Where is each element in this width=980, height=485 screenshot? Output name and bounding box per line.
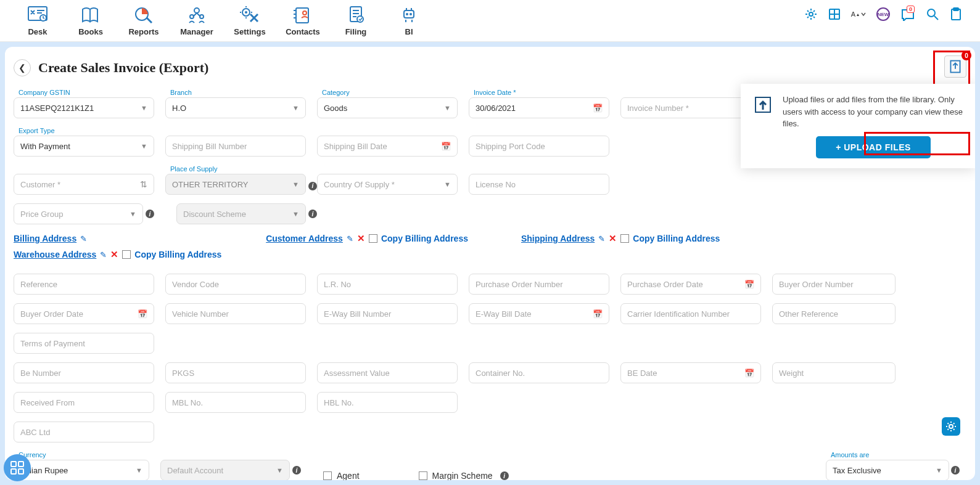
weight-input[interactable] xyxy=(772,362,896,383)
bi-icon xyxy=(398,4,420,26)
lr-no-input[interactable] xyxy=(317,274,458,295)
eway-bill-number-input[interactable] xyxy=(317,303,458,324)
font-size-toggle[interactable]: A▴ xyxy=(851,10,867,18)
agent-checkbox[interactable] xyxy=(323,471,332,480)
be-date-input[interactable]: 📅 xyxy=(620,362,761,383)
gear-icon[interactable] xyxy=(804,7,818,21)
purchase-order-number-input[interactable] xyxy=(469,274,609,295)
page-header: ❮ Create Sales Invoice (Export) 0 xyxy=(14,55,966,80)
company-gstin-select[interactable]: 11ASEPQ2121K1Z1▼ xyxy=(14,97,154,118)
invoice-date-input[interactable]: 30/06/2021📅 xyxy=(469,97,609,118)
edit-icon[interactable]: ✎ xyxy=(100,250,107,259)
price-group-select[interactable]: Price Group▼ xyxy=(14,203,143,224)
nav-left: Desk Books Reports Manager Settings Cont… xyxy=(12,4,427,36)
pkgs-input[interactable] xyxy=(165,362,306,383)
mbl-no-input[interactable] xyxy=(165,392,306,413)
upload-text: Upload files or add files from the file … xyxy=(783,94,964,130)
amounts-are-label: Amounts are xyxy=(826,451,966,459)
delete-icon[interactable]: ✕ xyxy=(110,249,118,260)
notif-count: 0 xyxy=(907,6,915,13)
hbl-no-input[interactable] xyxy=(317,392,458,413)
upload-flyout: Upload files or add files from the file … xyxy=(741,84,975,168)
page-panel: ❮ Create Sales Invoice (Export) 0 Compan… xyxy=(5,47,975,480)
edit-icon[interactable]: ✎ xyxy=(80,234,87,243)
be-number-input[interactable] xyxy=(14,362,154,383)
upload-icon xyxy=(752,94,774,116)
delete-icon[interactable]: ✕ xyxy=(609,233,617,244)
info-icon[interactable]: i xyxy=(951,466,960,475)
info-icon[interactable]: i xyxy=(308,210,317,218)
buyer-order-date-input[interactable]: 📅 xyxy=(14,303,154,324)
calculator-icon[interactable] xyxy=(828,7,841,21)
vehicle-number-input[interactable] xyxy=(165,303,306,324)
invoice-number-input[interactable] xyxy=(620,97,761,118)
customer-select[interactable]: Customer *⇅ xyxy=(14,174,154,195)
search-icon[interactable] xyxy=(926,7,939,21)
svg-point-14 xyxy=(410,13,412,15)
shipping-port-code-input[interactable] xyxy=(469,136,609,157)
nav-label: Contacts xyxy=(286,27,320,36)
license-no-input[interactable] xyxy=(469,174,609,195)
default-account-select[interactable]: Default Account▼ xyxy=(160,460,290,480)
info-icon[interactable]: i xyxy=(146,210,154,218)
svg-rect-18 xyxy=(835,10,839,14)
eway-bill-date-input[interactable]: 📅 xyxy=(469,303,609,324)
warehouse-address-link[interactable]: Warehouse Address xyxy=(14,250,96,259)
notification-icon[interactable]: 0 xyxy=(900,7,916,21)
country-of-supply-select[interactable]: Country Of Supply *▼ xyxy=(317,174,458,195)
buyer-order-number-input[interactable] xyxy=(772,274,896,295)
copy-billing-checkbox[interactable] xyxy=(369,234,377,243)
abc-ltd-input[interactable] xyxy=(14,422,154,442)
currency-label: Currency xyxy=(14,451,149,459)
margin-scheme-checkbox[interactable] xyxy=(419,471,427,480)
export-type-label: Export Type xyxy=(14,127,154,134)
calendar-icon: 📅 xyxy=(744,280,754,289)
nav-settings[interactable]: Settings xyxy=(232,4,268,36)
category-select[interactable]: Goods▼ xyxy=(317,97,458,118)
reference-input[interactable] xyxy=(14,274,154,295)
export-type-select[interactable]: With Payment▼ xyxy=(14,136,154,157)
shipping-bill-date-input[interactable]: 📅 xyxy=(317,136,458,157)
back-button[interactable]: ❮ xyxy=(14,59,31,76)
edit-icon[interactable]: ✎ xyxy=(347,234,353,243)
nav-books[interactable]: Books xyxy=(73,4,109,36)
clipboard-icon[interactable] xyxy=(949,7,963,21)
amounts-are-select[interactable]: Tax Exclusive▼i xyxy=(826,460,949,480)
attachments-button[interactable]: 0 xyxy=(944,55,966,80)
billing-address-link[interactable]: Billing Address xyxy=(14,234,76,243)
customer-address-link[interactable]: Customer Address xyxy=(266,234,343,243)
apps-fab[interactable] xyxy=(4,454,31,481)
delete-icon[interactable]: ✕ xyxy=(357,233,365,244)
other-reference-input[interactable] xyxy=(772,303,896,324)
copy-billing-checkbox[interactable] xyxy=(122,250,131,259)
nav-manager[interactable]: Manager xyxy=(179,4,215,36)
info-icon[interactable]: i xyxy=(500,471,509,480)
nav-contacts[interactable]: Contacts xyxy=(285,4,321,36)
reports-icon xyxy=(133,4,155,26)
place-of-supply-select[interactable]: OTHER TERRITORY▼ xyxy=(165,174,306,195)
container-no-input[interactable] xyxy=(469,362,609,383)
nav-filing[interactable]: Filing xyxy=(338,4,374,36)
terms-of-payment-input[interactable] xyxy=(14,333,154,354)
received-from-input[interactable] xyxy=(14,392,154,413)
copy-billing-checkbox[interactable] xyxy=(620,234,629,243)
discount-scheme-select[interactable]: Discount Scheme▼ xyxy=(176,203,306,224)
nav-desk[interactable]: Desk xyxy=(20,4,56,36)
purchase-order-date-input[interactable]: 📅 xyxy=(620,274,761,295)
info-icon[interactable]: i xyxy=(292,466,301,475)
settings-fab[interactable] xyxy=(942,417,960,436)
nav-bi[interactable]: BI xyxy=(391,4,427,36)
branch-select[interactable]: H.O▼ xyxy=(165,97,306,118)
edit-icon[interactable]: ✎ xyxy=(598,234,605,243)
vendor-code-input[interactable] xyxy=(165,274,306,295)
new-badge[interactable]: NEW xyxy=(876,7,890,21)
info-icon[interactable]: i xyxy=(308,182,317,190)
svg-point-21 xyxy=(928,9,935,17)
shipping-bill-number-input[interactable] xyxy=(165,136,306,157)
nav-reports[interactable]: Reports xyxy=(126,4,162,36)
shipping-address-link[interactable]: Shipping Address xyxy=(521,234,595,243)
assessment-value-input[interactable] xyxy=(317,362,458,383)
place-of-supply-label: Place of Supply xyxy=(165,165,306,173)
carrier-id-input[interactable] xyxy=(620,303,761,324)
currency-select[interactable]: Indian Rupee▼ xyxy=(14,460,149,480)
